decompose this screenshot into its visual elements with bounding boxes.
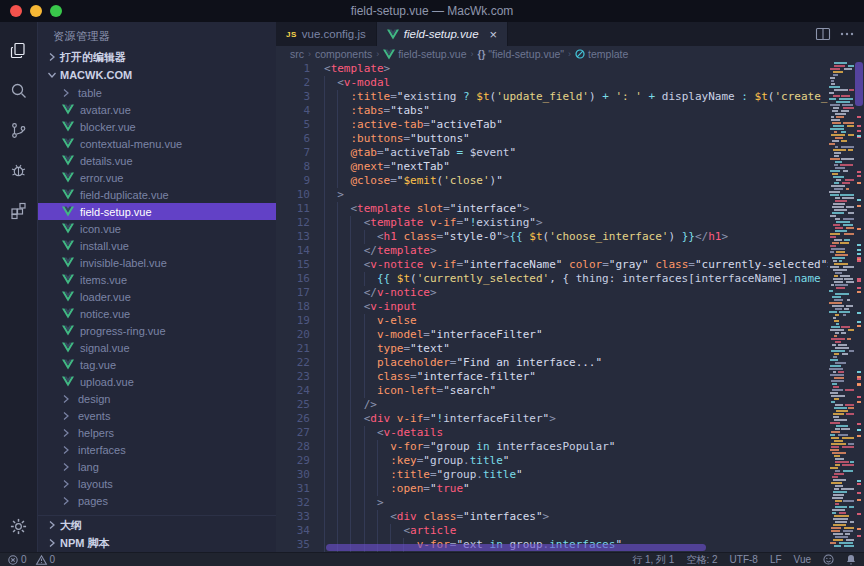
line-number[interactable]: 6 xyxy=(276,132,324,146)
line-number[interactable]: 16 xyxy=(276,272,324,286)
line-number[interactable]: 1 xyxy=(276,62,324,76)
code-editor[interactable]: 1<template>2<v-modal3:title="existing ? … xyxy=(276,62,864,552)
vertical-scrollbar[interactable] xyxy=(854,62,864,552)
activity-debug-icon[interactable] xyxy=(0,150,38,190)
status-errors[interactable]: 0 xyxy=(8,554,27,565)
tree-item-blocker.vue[interactable]: blocker.vue xyxy=(38,118,276,135)
tree-item-signal.vue[interactable]: signal.vue xyxy=(38,339,276,356)
line-number[interactable]: 3 xyxy=(276,90,324,104)
line-number[interactable]: 22 xyxy=(276,356,324,370)
line-number[interactable]: 15 xyxy=(276,258,324,272)
tree-item-avatar.vue[interactable]: avatar.vue xyxy=(38,101,276,118)
code-line[interactable]: 22placeholder="Find an interface..." xyxy=(276,356,828,370)
line-number[interactable]: 2 xyxy=(276,76,324,90)
horizontal-scrollbar-thumb[interactable] xyxy=(326,544,706,551)
status-item[interactable]: UTF-8 xyxy=(730,554,758,565)
open-editors-section[interactable]: 打开的编辑器 xyxy=(38,48,276,66)
code-line[interactable]: 3:title="existing ? $t('update_field') +… xyxy=(276,90,828,104)
status-item[interactable]: 行 1, 列 1 xyxy=(632,553,674,566)
line-number[interactable]: 7 xyxy=(276,146,324,160)
line-number[interactable]: 27 xyxy=(276,426,324,440)
tree-item-events[interactable]: events xyxy=(38,407,276,424)
vertical-scrollbar-thumb[interactable] xyxy=(855,62,863,106)
split-editor-icon[interactable] xyxy=(816,28,830,40)
line-number[interactable]: 14 xyxy=(276,244,324,258)
tree-item-contextual-menu.vue[interactable]: contextual-menu.vue xyxy=(38,135,276,152)
line-number[interactable]: 33 xyxy=(276,510,324,524)
breadcrumb-item[interactable]: src xyxy=(290,48,304,60)
minimap[interactable] xyxy=(828,62,854,552)
code-line[interactable]: 9@close="$emit('close')" xyxy=(276,174,828,188)
activity-gear-icon[interactable] xyxy=(0,506,38,546)
code-line[interactable]: 6:buttons="buttons" xyxy=(276,132,828,146)
breadcrumb[interactable]: src›components›field-setup.vue›{}"field-… xyxy=(276,46,864,62)
code-line[interactable]: 20v-model="interfaceFilter" xyxy=(276,328,828,342)
code-line[interactable]: 1<template> xyxy=(276,62,828,76)
more-actions-icon[interactable] xyxy=(840,32,854,36)
activity-extensions-icon[interactable] xyxy=(0,190,38,230)
line-number[interactable]: 8 xyxy=(276,160,324,174)
code-line[interactable]: 7@tab="activeTab = $event" xyxy=(276,146,828,160)
code-line[interactable]: 5:active-tab="activeTab" xyxy=(276,118,828,132)
code-line[interactable]: 31:open="true" xyxy=(276,482,828,496)
status-item[interactable]: 空格: 2 xyxy=(686,553,717,566)
code-line[interactable]: 27<v-details xyxy=(276,426,828,440)
breadcrumb-item[interactable]: {}"field-setup.vue" xyxy=(478,48,565,60)
activity-files-icon[interactable] xyxy=(0,30,38,70)
tree-item-layouts[interactable]: layouts xyxy=(38,475,276,492)
tree-item-progress-ring.vue[interactable]: progress-ring.vue xyxy=(38,322,276,339)
line-number[interactable]: 10 xyxy=(276,188,324,202)
line-number[interactable]: 35 xyxy=(276,538,324,552)
tree-item-items.vue[interactable]: items.vue xyxy=(38,271,276,288)
code-line[interactable]: 30:title="group.title" xyxy=(276,468,828,482)
breadcrumb-item[interactable]: components xyxy=(315,48,372,60)
code-line[interactable]: 33<div class="interfaces"> xyxy=(276,510,828,524)
line-number[interactable]: 25 xyxy=(276,398,324,412)
line-number[interactable]: 11 xyxy=(276,202,324,216)
activity-search-icon[interactable] xyxy=(0,70,38,110)
code-line[interactable]: 23class="interface-filter" xyxy=(276,370,828,384)
line-number[interactable]: 9 xyxy=(276,174,324,188)
line-number[interactable]: 28 xyxy=(276,440,324,454)
tree-item-field-setup.vue[interactable]: field-setup.vue xyxy=(38,203,276,220)
tree-item-table[interactable]: table xyxy=(38,84,276,101)
breadcrumb-item[interactable]: template xyxy=(575,48,628,60)
tab-vue.config.js[interactable]: JSvue.config.js xyxy=(276,22,377,46)
status-warnings[interactable]: 0 xyxy=(36,554,56,565)
line-number[interactable]: 21 xyxy=(276,342,324,356)
line-number[interactable]: 26 xyxy=(276,412,324,426)
tree-item-upload.vue[interactable]: upload.vue xyxy=(38,373,276,390)
code-line[interactable]: 17</v-notice> xyxy=(276,286,828,300)
tree-item-icon.vue[interactable]: icon.vue xyxy=(38,220,276,237)
tree-item-details.vue[interactable]: details.vue xyxy=(38,152,276,169)
root-folder-row[interactable]: MACWK.COM xyxy=(38,66,276,84)
feedback-icon[interactable] xyxy=(823,554,834,565)
code-line[interactable]: 19v-else xyxy=(276,314,828,328)
activity-source-control-icon[interactable] xyxy=(0,110,38,150)
status-item[interactable]: LF xyxy=(770,554,782,565)
line-number[interactable]: 4 xyxy=(276,104,324,118)
line-number[interactable]: 31 xyxy=(276,482,324,496)
tree-item-tag.vue[interactable]: tag.vue xyxy=(38,356,276,373)
code-line[interactable]: 26<div v-if="!interfaceFilter"> xyxy=(276,412,828,426)
close-tab-icon[interactable]: × xyxy=(490,28,498,41)
line-number[interactable]: 32 xyxy=(276,496,324,510)
line-number[interactable]: 13 xyxy=(276,230,324,244)
bell-icon[interactable] xyxy=(846,554,856,565)
sidebar-section-大纲[interactable]: 大纲 xyxy=(38,516,276,534)
tree-item-loader.vue[interactable]: loader.vue xyxy=(38,288,276,305)
code-line[interactable]: 8@next="nextTab" xyxy=(276,160,828,174)
status-item[interactable]: Vue xyxy=(794,554,811,565)
tree-item-field-duplicate.vue[interactable]: field-duplicate.vue xyxy=(38,186,276,203)
breadcrumb-item[interactable]: field-setup.vue xyxy=(383,48,466,60)
code-line[interactable]: 12<template v-if="!existing"> xyxy=(276,216,828,230)
code-line[interactable]: 4:tabs="tabs" xyxy=(276,104,828,118)
code-line[interactable]: 24icon-left="search" xyxy=(276,384,828,398)
tree-item-interfaces[interactable]: interfaces xyxy=(38,441,276,458)
line-number[interactable]: 23 xyxy=(276,370,324,384)
line-number[interactable]: 24 xyxy=(276,384,324,398)
code-line[interactable]: 15<v-notice v-if="interfaceName" color="… xyxy=(276,258,828,272)
tab-field-setup.vue[interactable]: field-setup.vue× xyxy=(377,22,508,46)
sidebar-section-NPM 脚本[interactable]: NPM 脚本 xyxy=(38,534,276,552)
code-line[interactable]: 13<h1 class="style-0">{{ $t('choose_inte… xyxy=(276,230,828,244)
